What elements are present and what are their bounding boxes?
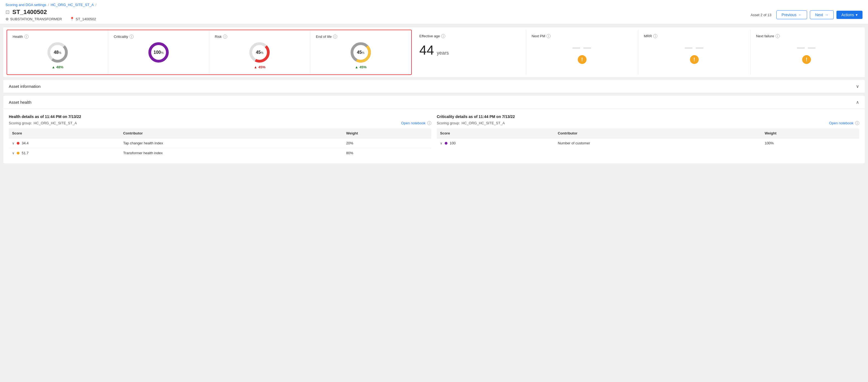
health-scoring-group-label: Scoring group: [9,121,32,125]
actions-button[interactable]: Actions ▾ [836,11,863,19]
next-pm-info-icon[interactable]: i [547,34,551,38]
health-col-contributor: Contributor [120,128,343,138]
effective-age-unit: years [437,50,449,56]
asset-health-chevron-icon: ∧ [856,99,859,105]
risk-label: Risk i [215,35,305,39]
header-row: ⊡ ST_1400502 ⊛ SUBSTATION_TRANSFORMER 📍 … [5,8,863,21]
asset-id: ST_1400502 [76,17,96,21]
asset-meta: ⊛ SUBSTATION_TRANSFORMER 📍 ST_1400502 [5,17,96,21]
health-row2-weight: 80% [343,148,431,158]
health-row1-chevron-icon[interactable]: ∨ [12,141,14,145]
next-button[interactable]: Next → [810,10,834,19]
next-pm-warning-icon[interactable]: ! [578,55,587,64]
mrr-warning-icon[interactable]: ! [690,55,699,64]
health-info-icon[interactable]: i [24,35,29,39]
criticality-donut: 100% [148,41,169,63]
actions-chevron-icon: ▾ [856,12,858,17]
criticality-scoring-group-inner: Scoring group: HC_ORG_HC_SITE_ST_A [437,121,505,125]
asset-information-title: Asset information [9,84,40,89]
next-pm-kpi: Next PM i — — ! [526,30,639,75]
mrr-label: MRR i [644,34,745,38]
criticality-details-title: Criticality details as of 11:44 PM on 7/… [437,114,859,119]
page: Scoring and DGA settings / HC_ORG_HC_SIT… [0,0,868,382]
criticality-label: Criticality i [114,35,203,39]
asset-counter: Asset 2 of 13 [751,13,771,17]
risk-donut: 45% [249,41,271,63]
health-details-col: Health details as of 11:44 PM on 7/13/22… [9,114,431,158]
health-table: Score Contributor Weight ∨ 34.4 [9,128,431,158]
effective-age-label: Effective age i [420,34,520,38]
health-label: Health i [12,35,102,39]
breadcrumb-scoring[interactable]: Scoring and DGA settings [5,3,46,7]
eol-arrow-icon: ▲ [355,65,358,69]
header: Scoring and DGA settings / HC_ORG_HC_SIT… [0,0,868,24]
criticality-col-contributor: Contributor [554,128,761,138]
criticality-open-notebook[interactable]: Open notebook [829,121,854,125]
next-failure-label: Next failure i [756,34,857,38]
health-row1-dot-icon [17,142,20,145]
transformer-icon: ⊛ [5,17,9,21]
health-notebook-info-icon[interactable]: i [427,121,431,125]
asset-health-section: Asset health ∧ Health details as of 11:4… [3,96,865,163]
criticality-info-icon[interactable]: i [129,35,133,39]
health-scoring-group: Scoring group: HC_ORG_HC_SITE_ST_A Open … [9,121,431,125]
next-failure-warning: ! [756,55,857,64]
effective-age-number: 44 [420,43,434,57]
effective-age-kpi: Effective age i 44 years [414,30,526,75]
effective-age-info-icon[interactable]: i [441,34,445,38]
risk-chart: 45% [215,41,305,63]
location-icon: 📍 [70,17,74,21]
health-details-title: Health details as of 11:44 PM on 7/13/22 [9,114,431,119]
criticality-notebook-info-icon[interactable]: i [855,121,859,125]
asset-type-item: ⊛ SUBSTATION_TRANSFORMER [5,17,62,21]
health-col-score: Score [9,128,120,138]
asset-information-section: Asset information ∨ [3,80,865,93]
previous-button[interactable]: Previous ← [776,10,807,19]
asset-thumb-icon: ⊡ [5,9,9,15]
table-row: ∨ 51.7 Transformer health index 80% [9,148,431,158]
health-value: 48% [54,50,61,55]
breadcrumb-org[interactable]: HC_ORG_HC_SITE_ST_A [51,3,94,7]
breadcrumb-sep1: / [48,3,49,7]
next-failure-kpi: Next failure i — — ! [751,30,863,75]
eol-footer: ▲ 45% [316,65,405,69]
asset-title: ST_1400502 [12,8,47,16]
asset-health-header[interactable]: Asset health ∧ [3,96,865,109]
health-row2-chevron-icon[interactable]: ∨ [12,151,14,155]
eol-label: End of life i [316,35,405,39]
health-open-notebook[interactable]: Open notebook [401,121,426,125]
eol-value: 45% [357,50,365,55]
asset-information-header[interactable]: Asset information ∨ [3,80,865,93]
mrr-kpi: MRR i — — ! [639,30,751,75]
criticality-row1-weight: 100% [761,138,859,148]
kpi-row: Health i 48% [3,27,865,77]
nav-actions: Asset 2 of 13 Previous ← Next → Actions … [751,10,863,19]
criticality-row1-chevron-icon[interactable]: ∨ [440,141,442,145]
next-failure-warning-icon[interactable]: ! [802,55,811,64]
mrr-warning: ! [644,55,745,64]
asset-information-chevron-icon: ∨ [856,84,859,89]
criticality-col-weight: Weight [761,128,859,138]
criticality-scoring-group-value: HC_ORG_HC_SITE_ST_A [462,121,505,125]
risk-kpi: Risk i 45% [209,30,310,75]
asset-health-title: Asset health [9,100,32,105]
table-row: ∨ 100 Number of customer 100% [437,138,859,148]
eol-info-icon[interactable]: i [333,35,337,39]
criticality-footer [114,65,203,70]
mrr-info-icon[interactable]: i [653,34,657,38]
asset-type: SUBSTATION_TRANSFORMER [10,17,62,21]
risk-info-icon[interactable]: i [223,35,227,39]
previous-label: Previous [782,12,797,17]
eol-donut: 45% [350,41,372,63]
asset-health-content: Health details as of 11:44 PM on 7/13/22… [3,109,865,163]
health-donut: 48% [46,41,69,63]
previous-arrow-icon: ← [798,12,802,17]
next-failure-info-icon[interactable]: i [776,34,780,38]
effective-age-value-area: 44 years [420,41,520,58]
criticality-chart: 100% [114,41,203,63]
criticality-notebook-area: Open notebook i [829,121,859,125]
risk-footer: ▲ 45% [215,65,305,69]
risk-arrow-icon: ▲ [254,65,257,69]
health-footer: ▲ 48% [12,65,102,69]
criticality-col-score: Score [437,128,554,138]
